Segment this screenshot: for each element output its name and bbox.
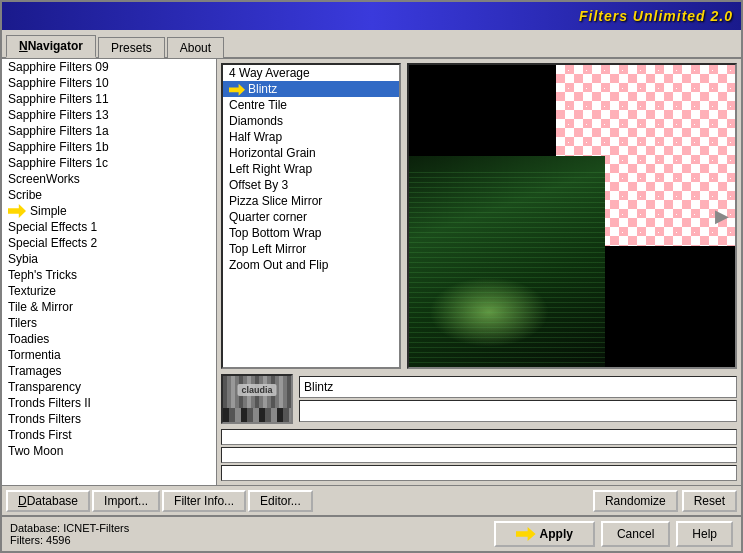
filter-list-item[interactable]: Half Wrap	[223, 129, 399, 145]
filter-list-item[interactable]: Offset By 3	[223, 177, 399, 193]
left-list-item[interactable]: Special Effects 2	[2, 235, 216, 251]
filter-list-item[interactable]: Left Right Wrap	[223, 161, 399, 177]
reset-button[interactable]: Reset	[682, 490, 737, 512]
title-bar: Filters Unlimited 2.0	[2, 2, 741, 30]
info-row-1	[221, 429, 737, 445]
left-panel: Sapphire Filters 09Sapphire Filters 10Sa…	[2, 59, 217, 485]
filter-list-item[interactable]: Diamonds	[223, 113, 399, 129]
bottom-toolbar: DDatabase Import... Filter Info... Edito…	[2, 485, 741, 515]
left-list-item[interactable]: ScreenWorks	[2, 171, 216, 187]
left-list-item[interactable]: Sapphire Filters 1c	[2, 155, 216, 171]
left-list-item[interactable]: Toadies	[2, 331, 216, 347]
left-list-item[interactable]: Tronds First	[2, 427, 216, 443]
database-button[interactable]: DDatabase	[6, 490, 90, 512]
left-list-item[interactable]: Tronds Filters	[2, 411, 216, 427]
left-list-item[interactable]: Transparency	[2, 379, 216, 395]
category-list[interactable]: Sapphire Filters 09Sapphire Filters 10Sa…	[2, 59, 216, 485]
thumbnail-row: claudia Blintz	[221, 373, 737, 425]
left-list-item[interactable]: Teph's Tricks	[2, 267, 216, 283]
filter-list-item[interactable]: Quarter corner	[223, 209, 399, 225]
selected-arrow-icon	[229, 84, 245, 96]
thumb-bottom-stripes	[223, 408, 291, 422]
filter-list-item[interactable]: Centre Tile	[223, 97, 399, 113]
left-list-item[interactable]: Texturize	[2, 283, 216, 299]
main-window: Filters Unlimited 2.0 NNavigator Presets…	[0, 0, 743, 553]
status-bar: Database: ICNET-Filters Filters: 4596 Ap…	[2, 515, 741, 551]
filter-list[interactable]: 4 Way AverageBlintzCentre TileDiamondsHa…	[221, 63, 401, 369]
left-list-item[interactable]: Tormentia	[2, 347, 216, 363]
help-button[interactable]: Help	[676, 521, 733, 547]
filters-status: Filters: 4596	[10, 534, 129, 546]
left-list-item[interactable]: Scribe	[2, 187, 216, 203]
thumbnail: claudia	[221, 374, 293, 424]
title-text: Filters Unlimited 2.0	[579, 8, 733, 24]
status-info: Database: ICNET-Filters Filters: 4596	[10, 522, 129, 546]
left-list-item[interactable]: Special Effects 1	[2, 219, 216, 235]
left-list-item[interactable]: Sapphire Filters 10	[2, 75, 216, 91]
cancel-button[interactable]: Cancel	[601, 521, 670, 547]
tabs-row: NNavigator Presets About	[2, 30, 741, 59]
filter-info-button[interactable]: Filter Info...	[162, 490, 246, 512]
scanlines-preview	[409, 171, 605, 367]
filter-name-display: Blintz	[299, 376, 737, 398]
import-button[interactable]: Import...	[92, 490, 160, 512]
left-list-item[interactable]: Sybia	[2, 251, 216, 267]
filter-list-item[interactable]: Zoom Out and Flip	[223, 257, 399, 273]
main-content: Sapphire Filters 09Sapphire Filters 10Sa…	[2, 59, 741, 485]
left-list-item[interactable]: Sapphire Filters 09	[2, 59, 216, 75]
database-status: Database: ICNET-Filters	[10, 522, 129, 534]
left-list-item[interactable]: Sapphire Filters 1a	[2, 123, 216, 139]
filter-detail-1	[299, 400, 737, 422]
left-list-item[interactable]: Tramages	[2, 363, 216, 379]
apply-arrow-icon	[516, 527, 536, 541]
filter-list-item[interactable]: Pizza Slice Mirror	[223, 193, 399, 209]
filter-list-item[interactable]: Horizontal Grain	[223, 145, 399, 161]
thumb-label: claudia	[237, 384, 276, 396]
editor-button[interactable]: Editor...	[248, 490, 313, 512]
tab-navigator[interactable]: NNavigator	[6, 35, 96, 58]
tab-presets[interactable]: Presets	[98, 37, 165, 58]
randomize-button[interactable]: Randomize	[593, 490, 678, 512]
left-list-item[interactable]: Two Moon	[2, 443, 216, 459]
info-row-3	[221, 465, 737, 481]
left-list-item[interactable]: Tile & Mirror	[2, 299, 216, 315]
filter-list-item[interactable]: Top Bottom Wrap	[223, 225, 399, 241]
status-actions: Apply Cancel Help	[494, 521, 733, 547]
left-list-item[interactable]: Sapphire Filters 1b	[2, 139, 216, 155]
tab-about[interactable]: About	[167, 37, 224, 58]
left-list-item[interactable]: Sapphire Filters 13	[2, 107, 216, 123]
left-list-item[interactable]: Simple	[2, 203, 216, 219]
left-list-item[interactable]: Tilers	[2, 315, 216, 331]
filter-list-item[interactable]: Top Left Mirror	[223, 241, 399, 257]
preview-right-arrow[interactable]: ▶	[715, 205, 729, 227]
filter-list-item[interactable]: 4 Way Average	[223, 65, 399, 81]
info-row-2	[221, 447, 737, 463]
preview-area: ▶	[407, 63, 737, 369]
info-rows	[221, 429, 737, 481]
filter-list-item[interactable]: Blintz	[223, 81, 399, 97]
left-list-item[interactable]: Sapphire Filters 11	[2, 91, 216, 107]
pointer-arrow-icon	[8, 204, 26, 218]
apply-button[interactable]: Apply	[494, 521, 595, 547]
left-list-item[interactable]: Tronds Filters II	[2, 395, 216, 411]
